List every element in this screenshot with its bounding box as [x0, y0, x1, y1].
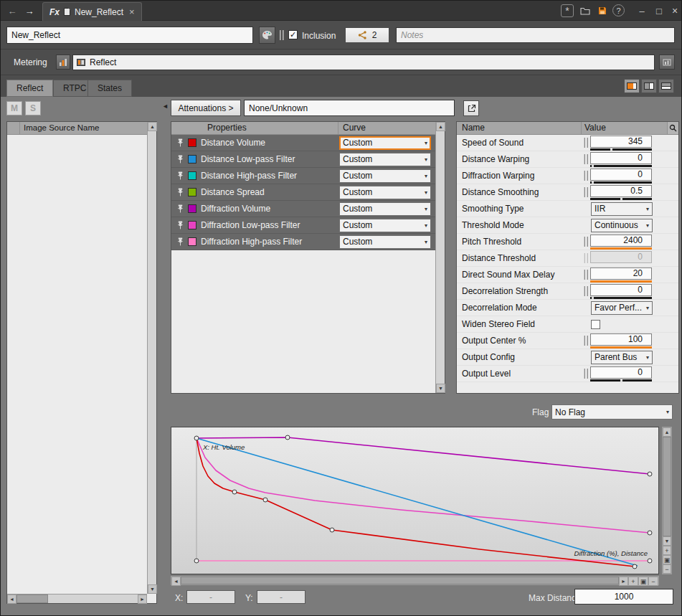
- image-source-list[interactable]: [7, 135, 147, 594]
- value-field[interactable]: 0: [590, 284, 652, 296]
- scrollbar-thumb[interactable]: [181, 577, 619, 584]
- slider-grip-icon[interactable]: [584, 237, 588, 247]
- zoom-in-button[interactable]: +: [628, 577, 638, 586]
- slider-track[interactable]: [590, 247, 652, 250]
- color-palette-button[interactable]: [259, 27, 275, 44]
- open-in-new-window-button[interactable]: [463, 100, 479, 116]
- curve-property-row[interactable]: Diffraction High-pass FilterCustom▾: [171, 234, 435, 250]
- scrollbar-track[interactable]: [663, 437, 671, 536]
- scroll-left-icon[interactable]: ◄: [171, 577, 181, 586]
- curve-control-point[interactable]: [194, 436, 199, 440]
- curve-type-dropdown[interactable]: Custom▾: [339, 219, 431, 232]
- scroll-right-icon[interactable]: ►: [138, 594, 147, 604]
- curve-diffraction-volume[interactable]: [196, 437, 650, 474]
- name-column-header[interactable]: Name: [457, 122, 582, 134]
- value-checkbox[interactable]: [591, 320, 600, 329]
- scroll-down-icon[interactable]: ▼: [663, 536, 671, 546]
- value-dropdown[interactable]: Continuous▾: [591, 219, 653, 232]
- value-dropdown[interactable]: Favor Perf...▾: [591, 301, 653, 315]
- meter-panel-icon[interactable]: [659, 55, 675, 70]
- pin-icon[interactable]: [176, 237, 185, 246]
- value-field[interactable]: 0: [590, 366, 652, 379]
- curve-control-point[interactable]: [263, 498, 267, 502]
- object-name-input[interactable]: [6, 27, 253, 44]
- help-icon[interactable]: ?: [612, 4, 625, 16]
- curve-diffraction-low-pass-filter[interactable]: [196, 438, 650, 533]
- curve-type-dropdown[interactable]: Custom▾: [339, 136, 431, 150]
- value-field[interactable]: 2400: [590, 234, 652, 247]
- curve-type-dropdown[interactable]: Custom▾: [339, 153, 431, 166]
- nav-back-button[interactable]: ←: [5, 4, 19, 18]
- folder-icon[interactable]: [578, 4, 592, 18]
- scroll-up-icon[interactable]: ▲: [148, 122, 157, 131]
- attenuation-shareset-field[interactable]: [244, 100, 455, 116]
- curve-control-point[interactable]: [232, 490, 237, 494]
- pin-icon[interactable]: [176, 221, 185, 229]
- pin-icon[interactable]: [176, 204, 185, 213]
- solo-button[interactable]: S: [25, 101, 41, 115]
- document-tab[interactable]: Fx New_Reflect ×: [42, 2, 142, 21]
- scroll-up-icon[interactable]: ▲: [436, 122, 445, 131]
- value-field[interactable]: 345: [590, 136, 652, 148]
- flag-dropdown[interactable]: No Flag ▾: [551, 404, 673, 420]
- scroll-down-icon[interactable]: ▼: [436, 384, 445, 393]
- curve-control-point[interactable]: [285, 435, 290, 440]
- image-source-vscrollbar[interactable]: ▲ ▼: [147, 122, 156, 594]
- zoom-fit-button[interactable]: ▣: [638, 577, 648, 586]
- curve-property-row[interactable]: Distance VolumeCustom▾: [171, 135, 435, 151]
- value-field[interactable]: 0.5: [590, 185, 652, 197]
- slider-grip-icon[interactable]: [584, 336, 588, 346]
- keep-open-icon[interactable]: *: [561, 4, 574, 17]
- nav-forward-button[interactable]: →: [22, 4, 37, 18]
- zoom-fit-button[interactable]: ▣: [663, 555, 671, 564]
- slider-grip-icon[interactable]: [584, 187, 588, 197]
- layout-split-horizontal-button[interactable]: [658, 79, 674, 93]
- slider-grip-icon[interactable]: [584, 270, 588, 280]
- save-icon[interactable]: [595, 4, 610, 18]
- slider-track[interactable]: [590, 181, 652, 184]
- curve-control-point[interactable]: [648, 472, 652, 476]
- slider-grip-icon[interactable]: [584, 138, 588, 148]
- scrollbar-thumb[interactable]: [663, 437, 671, 536]
- layout-single-view-button[interactable]: [624, 79, 640, 93]
- close-button[interactable]: ×: [668, 4, 682, 18]
- curve-property-row[interactable]: Distance Low-pass FilterCustom▾: [171, 151, 435, 168]
- curve-column-header[interactable]: Curve: [338, 122, 435, 134]
- curve-property-row[interactable]: Distance High-pass FilterCustom▾: [171, 168, 435, 184]
- curve-type-dropdown[interactable]: Custom▾: [339, 202, 431, 216]
- tab-reflect[interactable]: Reflect: [6, 80, 53, 97]
- slider-grip-icon[interactable]: [584, 154, 588, 164]
- curve-control-point[interactable]: [648, 559, 652, 563]
- layout-split-vertical-button[interactable]: [641, 79, 657, 93]
- value-field[interactable]: 0: [590, 152, 652, 164]
- value-dropdown[interactable]: IIR▾: [591, 202, 653, 216]
- zoom-in-button[interactable]: +: [663, 546, 671, 555]
- image-source-column-header[interactable]: Image Source Name: [20, 122, 147, 134]
- scrollbar-thumb[interactable]: [16, 594, 48, 603]
- scrollbar-track[interactable]: [148, 131, 156, 584]
- curve-control-point[interactable]: [648, 531, 652, 535]
- y-coordinate-input[interactable]: [257, 590, 306, 604]
- graph-vscrollbar[interactable]: ▲ ▼ + ▣ −: [662, 427, 672, 574]
- value-field[interactable]: 100: [590, 333, 652, 346]
- curve-graph[interactable]: X: Ht. VolumeDiffraction (%), Distance: [171, 427, 659, 574]
- slider-track[interactable]: [590, 198, 652, 200]
- curve-type-dropdown[interactable]: Custom▾: [339, 169, 431, 183]
- scroll-left-icon[interactable]: ◄: [7, 594, 16, 604]
- curve-graph-svg[interactable]: X: Ht. VolumeDiffraction (%), Distance: [171, 427, 658, 574]
- curve-control-point[interactable]: [633, 564, 637, 569]
- slider-track[interactable]: [590, 379, 652, 382]
- slider-track[interactable]: [590, 346, 652, 349]
- zoom-out-button[interactable]: −: [663, 564, 671, 574]
- collapse-panel-icon[interactable]: ◄: [162, 103, 169, 110]
- value-dropdown[interactable]: Parent Bus▾: [591, 351, 653, 364]
- notes-input[interactable]: [396, 27, 675, 43]
- curve-property-row[interactable]: Diffraction VolumeCustom▾: [171, 201, 435, 217]
- zoom-out-button[interactable]: −: [648, 577, 658, 586]
- attenuations-button[interactable]: Attenuations >: [171, 100, 241, 116]
- slider-grip-icon[interactable]: [584, 369, 588, 379]
- pin-icon[interactable]: [176, 188, 185, 196]
- pin-icon[interactable]: [176, 138, 185, 147]
- graph-hscrollbar[interactable]: ◄ ► + ▣ −: [171, 576, 659, 585]
- pin-icon[interactable]: [176, 155, 185, 164]
